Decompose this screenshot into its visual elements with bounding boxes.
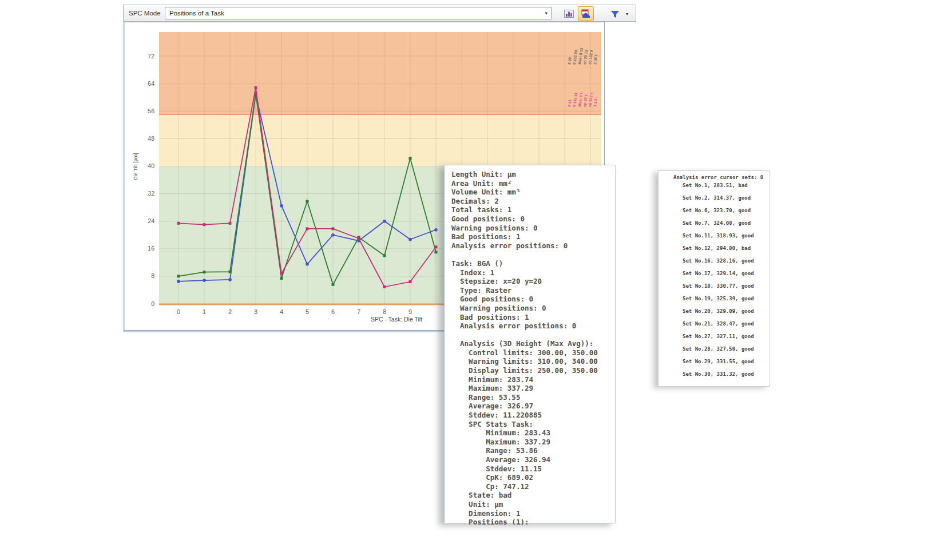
cursor-sets-panel: Analysis error cursor sets: 0 Set No.1, … <box>658 170 770 387</box>
series-green-point <box>332 283 335 286</box>
cursor-set-item[interactable]: Set No.18, 330.77, good <box>659 283 770 289</box>
y-tick-label: 0 <box>151 300 154 307</box>
filter-button[interactable] <box>609 7 621 20</box>
series-magenta-point <box>177 222 180 225</box>
series-magenta-point <box>203 223 206 226</box>
series-blue-point <box>280 204 283 208</box>
series-green-point <box>280 277 283 280</box>
cursor-set-item[interactable]: Set No.21, 328.47, good <box>659 321 770 327</box>
series-green-point <box>229 271 232 273</box>
x-tick-label: 7 <box>357 308 360 315</box>
page: SPC Mode Positions of a Task ▾ <box>0 0 944 560</box>
series-magenta-point <box>409 280 412 283</box>
series-magenta-point <box>229 222 232 225</box>
cursor-sets-list: Set No.1, 283.51, badSet No.2, 314.37, g… <box>659 182 770 377</box>
cursor-set-item[interactable]: Set No.12, 294.80, bad <box>659 245 770 251</box>
cursor-set-item[interactable]: Set No.16, 328.16, good <box>659 258 770 264</box>
y-axis-title: Die Tilt [µm] <box>133 153 138 180</box>
series-blue-point <box>383 220 386 223</box>
cursor-set-item[interactable]: Set No.20, 329.09, good <box>659 308 770 314</box>
series-blue-point <box>177 280 180 283</box>
series-blue-point <box>203 279 206 282</box>
cursor-set-item[interactable]: Set No.2, 314.37, good <box>659 195 770 201</box>
y-tick-label: 40 <box>148 162 154 169</box>
x-tick-label: 0 <box>177 308 180 315</box>
chart-button[interactable] <box>562 7 576 21</box>
spc-mode-label: SPC Mode <box>129 10 161 17</box>
cursor-set-item[interactable]: Set No.6, 323.70, good <box>659 208 770 213</box>
save-icon <box>581 9 591 18</box>
series-magenta-point <box>280 272 283 275</box>
y-tick-label: 24 <box>148 217 154 224</box>
series-magenta-point <box>306 227 309 230</box>
cursor-sets-header: Analysis error cursor sets: 0 <box>659 174 770 181</box>
cursor-set-item[interactable]: Set No.1, 283.51, bad <box>659 182 770 188</box>
series-magenta-point <box>383 285 386 288</box>
series-blue-point <box>306 263 309 266</box>
zone-band-warning <box>159 114 601 166</box>
x-tick-label: 1 <box>203 308 206 315</box>
cursor-set-item[interactable]: Set No.28, 327.50, good <box>659 346 770 352</box>
x-tick-label: 9 <box>408 308 412 315</box>
series-magenta-point <box>435 245 438 248</box>
x-tick-label: 6 <box>331 308 335 315</box>
chevron-down-icon[interactable]: ▾ <box>545 7 548 19</box>
y-tick-label: 16 <box>148 245 154 252</box>
series-green-point <box>409 157 412 160</box>
toolbar: SPC Mode Positions of a Task ▾ <box>123 5 636 22</box>
cursor-set-item[interactable]: Set No.7, 324.08, good <box>659 220 770 226</box>
save-button[interactable] <box>578 6 594 21</box>
series-green-point <box>177 275 180 277</box>
cursor-set-item[interactable]: Set No.19, 325.39, good <box>659 296 770 301</box>
series-blue-point <box>434 228 438 232</box>
y-tick-label: 72 <box>148 53 154 59</box>
filter-icon <box>610 10 620 18</box>
x-tick-label: 4 <box>280 308 283 315</box>
cursor-set-item[interactable]: Set No.27, 327.11, good <box>659 333 770 339</box>
series-blue-point <box>331 233 335 237</box>
chart-icon <box>564 9 574 18</box>
x-tick-label: 8 <box>383 308 386 315</box>
more-options-arrow[interactable]: ▾ <box>626 11 628 17</box>
analysis-text: Length Unit: µm Area Unit: mm² Volume Un… <box>451 170 615 527</box>
series-magenta-point <box>358 237 360 240</box>
cursor-set-item[interactable]: Set No.11, 318.93, good <box>659 233 770 239</box>
series-green-point <box>435 251 438 253</box>
series-green-point <box>383 254 386 257</box>
x-axis-title: SPC - Task: Die Tilt <box>371 316 422 323</box>
y-tick-label: 48 <box>148 135 154 142</box>
analysis-panel: Length Unit: µm Area Unit: mm² Volume Un… <box>444 165 616 523</box>
zone-band-bad <box>159 32 601 114</box>
cursor-set-item[interactable]: Set No.29, 331.55, good <box>659 359 770 364</box>
x-tick-label: 3 <box>254 308 257 315</box>
series-blue-point <box>408 238 412 241</box>
x-tick-label: 5 <box>306 308 309 315</box>
y-tick-label: 56 <box>148 108 154 114</box>
y-tick-label: 64 <box>148 80 154 87</box>
series-magenta-point <box>332 227 335 230</box>
y-tick-label: 8 <box>151 272 154 279</box>
cursor-set-item[interactable]: Set No.30, 331.32, good <box>659 371 770 377</box>
series-blue-point <box>228 278 232 281</box>
cursor-set-item[interactable]: Set No.17, 329.14, good <box>659 271 770 276</box>
series-green-point <box>306 200 309 202</box>
series-magenta-point <box>255 86 257 89</box>
series-green-point <box>203 271 206 273</box>
combobox-value: Positions of a Task <box>169 10 224 17</box>
y-tick-label: 32 <box>148 190 154 197</box>
spc-mode-combobox[interactable]: Positions of a Task ▾ <box>165 7 552 19</box>
x-tick-label: 2 <box>228 308 232 315</box>
